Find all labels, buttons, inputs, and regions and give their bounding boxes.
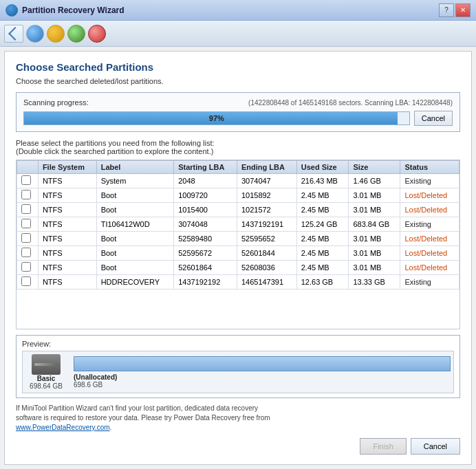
col-size: Size xyxy=(349,161,400,174)
table-row[interactable]: NTFS Boot 1015400 1021572 2.45 MB 3.01 M… xyxy=(17,203,459,217)
main-content: Choose Searched Partitions Choose the se… xyxy=(4,51,472,465)
app-icon xyxy=(6,4,18,17)
row-end: 3074047 xyxy=(237,174,296,188)
back-icon xyxy=(8,27,22,41)
window-title: Partition Recovery Wizard xyxy=(22,6,439,15)
footer-line1: If MiniTool Partition Wizard can't find … xyxy=(16,404,258,412)
row-label: Boot xyxy=(96,188,174,203)
row-fs: NTFS xyxy=(38,203,96,217)
row-size: 3.01 MB xyxy=(349,203,400,217)
table-row[interactable]: NTFS System 2048 3074047 216.43 MB 1.46 … xyxy=(17,174,459,188)
row-checkbox[interactable] xyxy=(21,219,31,228)
help-button[interactable]: ? xyxy=(439,3,454,17)
table-row[interactable]: NTFS Boot 52601864 52608036 2.45 MB 3.01… xyxy=(17,261,459,275)
row-check-cell[interactable] xyxy=(17,203,39,217)
finish-button[interactable]: Finish xyxy=(360,438,406,455)
table-row[interactable]: NTFS Boot 1009720 1015892 2.45 MB 3.01 M… xyxy=(17,188,459,203)
scan-cancel-button[interactable]: Cancel xyxy=(414,111,453,126)
row-start: 3074048 xyxy=(174,217,237,232)
table-row[interactable]: NTFS HDDRECOVERY 1437192192 1465147391 1… xyxy=(17,275,459,290)
row-checkbox[interactable] xyxy=(21,175,31,185)
partition-table: File System Label Starting LBA Ending LB… xyxy=(17,160,459,290)
preview-bar-size: 698.6 GB xyxy=(74,381,451,389)
instruction-line1: Please select the partitions you need fr… xyxy=(16,139,460,147)
row-end: 1437192191 xyxy=(237,217,296,232)
row-size: 683.84 GB xyxy=(349,217,400,232)
progress-bar-container: 97% xyxy=(23,111,410,125)
disk-icon-area: Basic 698.64 GB xyxy=(25,354,67,390)
table-row[interactable]: NTFS Boot 52595672 52601844 2.45 MB 3.01… xyxy=(17,246,459,261)
row-status: Lost/Deleted xyxy=(400,246,459,261)
toolbar-icon-2 xyxy=(47,25,65,43)
footer-line2: software is required to restore your dat… xyxy=(16,414,270,422)
row-check-cell[interactable] xyxy=(17,174,39,188)
row-used: 2.45 MB xyxy=(296,246,349,261)
table-row[interactable]: NTFS Boot 52589480 52595652 2.45 MB 3.01… xyxy=(17,232,459,246)
row-fs: NTFS xyxy=(38,261,96,275)
row-label: TI106412W0D xyxy=(96,217,174,232)
preview-label: Preview: xyxy=(22,340,454,348)
row-status: Existing xyxy=(400,275,459,290)
row-start: 1437192192 xyxy=(174,275,237,290)
preview-bar xyxy=(74,356,451,371)
row-used: 2.45 MB xyxy=(296,232,349,246)
scan-status: (1422808448 of 1465149168 sectors. Scann… xyxy=(248,99,453,107)
row-label: Boot xyxy=(96,203,174,217)
close-button[interactable]: ✕ xyxy=(455,3,470,17)
row-label: Boot xyxy=(96,232,174,246)
instruction-line2: (Double click the searched partition to … xyxy=(16,147,460,155)
table-row[interactable]: NTFS TI106412W0D 3074048 1437192191 125.… xyxy=(17,217,459,232)
col-status: Status xyxy=(400,161,459,174)
row-label: Boot xyxy=(96,261,174,275)
row-check-cell[interactable] xyxy=(17,246,39,261)
row-size: 3.01 MB xyxy=(349,246,400,261)
row-size: 3.01 MB xyxy=(349,261,400,275)
row-check-cell[interactable] xyxy=(17,188,39,203)
row-end: 1021572 xyxy=(237,203,296,217)
preview-bar-area: (Unallocated) 698.6 GB xyxy=(74,356,451,389)
row-checkbox[interactable] xyxy=(21,204,31,214)
title-bar: Partition Recovery Wizard ? ✕ xyxy=(0,0,476,21)
row-used: 125.24 GB xyxy=(296,217,349,232)
row-checkbox[interactable] xyxy=(21,248,31,257)
row-end: 52608036 xyxy=(237,261,296,275)
scan-label: Scanning progress: xyxy=(23,98,89,107)
footer-link[interactable]: www.PowerDataRecovery.com xyxy=(16,424,110,431)
disk-type: Basic xyxy=(37,375,56,382)
cancel-button[interactable]: Cancel xyxy=(411,438,460,455)
row-checkbox[interactable] xyxy=(21,276,31,286)
row-size: 1.46 GB xyxy=(349,174,400,188)
row-size: 3.01 MB xyxy=(349,188,400,203)
row-end: 52601844 xyxy=(237,246,296,261)
instruction: Please select the partitions you need fr… xyxy=(16,139,460,155)
row-checkbox[interactable] xyxy=(21,262,31,272)
row-checkbox[interactable] xyxy=(21,190,31,199)
row-check-cell[interactable] xyxy=(17,232,39,246)
table-header-row: File System Label Starting LBA Ending LB… xyxy=(17,161,459,174)
row-check-cell[interactable] xyxy=(17,261,39,275)
disk-image xyxy=(32,354,61,375)
row-status: Lost/Deleted xyxy=(400,232,459,246)
row-size: 13.33 GB xyxy=(349,275,400,290)
row-checkbox[interactable] xyxy=(21,233,31,243)
toolbar-icon-3 xyxy=(67,25,85,43)
row-label: HDDRECOVERY xyxy=(96,275,174,290)
row-status: Existing xyxy=(400,217,459,232)
row-end: 1465147391 xyxy=(237,275,296,290)
row-end: 52595652 xyxy=(237,232,296,246)
back-button[interactable] xyxy=(4,25,23,43)
row-end: 1015892 xyxy=(237,188,296,203)
row-used: 2.45 MB xyxy=(296,261,349,275)
partition-table-container[interactable]: File System Label Starting LBA Ending LB… xyxy=(16,160,460,329)
row-check-cell[interactable] xyxy=(17,217,39,232)
row-start: 52601864 xyxy=(174,261,237,275)
toolbar xyxy=(0,21,476,47)
title-bar-buttons: ? ✕ xyxy=(439,3,470,17)
col-filesystem: File System xyxy=(38,161,96,174)
row-status: Existing xyxy=(400,174,459,188)
row-fs: NTFS xyxy=(38,217,96,232)
row-status: Lost/Deleted xyxy=(400,261,459,275)
row-fs: NTFS xyxy=(38,188,96,203)
row-check-cell[interactable] xyxy=(17,275,39,290)
row-used: 2.45 MB xyxy=(296,188,349,203)
